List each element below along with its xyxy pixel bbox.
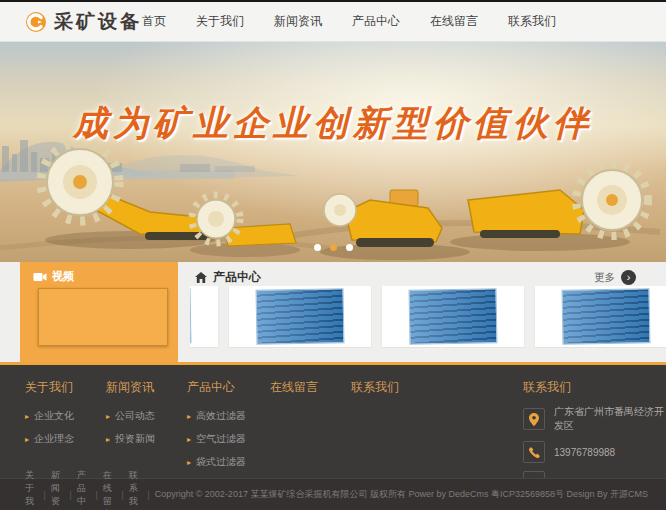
hero-banner: 成为矿业企业创新型价值伙伴 — [0, 42, 666, 262]
bottom-link-2[interactable]: 新闻资讯 — [51, 469, 65, 510]
product-image-4 — [562, 288, 651, 345]
products-section: 产品中心 更多 › — [185, 262, 666, 362]
footer-column-3: 产品中心高效过滤器空气过滤器袋式过滤器 — [187, 379, 246, 474]
product-cards — [190, 286, 666, 347]
product-card-4[interactable] — [535, 286, 666, 347]
bottom-link-3[interactable]: 产品中心 — [77, 469, 91, 510]
main-nav: 首页关于我们新闻资讯产品中心在线留言联系我们 — [142, 13, 556, 30]
bottom-link-4[interactable]: 在线留言 — [103, 469, 117, 510]
video-panel: 视频 — [20, 262, 178, 362]
bottom-link-5[interactable]: 联系我们 — [129, 469, 143, 510]
footer-link[interactable]: 空气过滤器 — [187, 428, 246, 451]
nav-item-3[interactable]: 新闻资讯 — [274, 13, 322, 30]
contact-address: 广东省广州市番禺经济开发区 — [554, 405, 666, 433]
footer-column-2: 新闻资讯公司动态投资新闻 — [106, 379, 155, 451]
location-pin-icon — [523, 408, 545, 430]
footer-column-4: 在线留言 — [270, 379, 318, 405]
bottom-link-separator: | — [147, 490, 149, 500]
bottom-link-1[interactable]: 关于我们 — [25, 469, 39, 510]
site-header: 采矿设备 首页关于我们新闻资讯产品中心在线留言联系我们 — [0, 2, 666, 42]
video-placeholder[interactable] — [38, 288, 168, 346]
product-card-3[interactable] — [382, 286, 524, 347]
more-link[interactable]: 更多 — [594, 271, 615, 285]
contact-address-row: 广东省广州市番禺经济开发区 — [523, 405, 666, 433]
product-card-2[interactable] — [229, 286, 371, 347]
page-root: 采矿设备 首页关于我们新闻资讯产品中心在线留言联系我们 — [0, 0, 666, 510]
nav-item-1[interactable]: 首页 — [142, 13, 166, 30]
mid-section: 视频 产品中心 更多 › — [0, 262, 666, 362]
phone-icon — [523, 441, 545, 463]
home-icon — [195, 272, 207, 283]
footer-link[interactable]: 袋式过滤器 — [187, 451, 246, 474]
footer-column-title: 在线留言 — [270, 379, 318, 396]
bottom-bar: 关于我们|新闻资讯|产品中心|在线留言|联系我们| Copyright © 20… — [0, 478, 666, 510]
footer-column-title: 产品中心 — [187, 379, 246, 396]
carousel-dot-3[interactable] — [346, 244, 353, 251]
bottom-link-separator: | — [95, 490, 97, 500]
product-carousel — [190, 286, 666, 348]
site-footer: 关于我们企业文化企业理念新闻资讯公司动态投资新闻产品中心高效过滤器空气过滤器袋式… — [0, 362, 666, 478]
footer-link[interactable]: 公司动态 — [106, 405, 155, 428]
footer-column-5: 联系我们 — [351, 379, 399, 405]
footer-column-title: 联系我们 — [351, 379, 399, 396]
footer-link[interactable]: 企业理念 — [25, 428, 74, 451]
footer-column-title: 关于我们 — [25, 379, 74, 396]
product-image-3 — [409, 288, 498, 345]
footer-link[interactable]: 高效过滤器 — [187, 405, 246, 428]
carousel-dots — [0, 244, 666, 251]
footer-link[interactable]: 投资新闻 — [106, 428, 155, 451]
logo[interactable]: 采矿设备 — [25, 9, 142, 35]
carousel-dot-1[interactable] — [314, 244, 321, 251]
banner-scene — [0, 42, 666, 262]
nav-item-4[interactable]: 产品中心 — [352, 13, 400, 30]
more-arrow-icon[interactable]: › — [621, 270, 636, 285]
copyright: Copyright © 2002-2017 某某煤矿综合采掘机有限公司 版权所有… — [155, 488, 648, 501]
contact-phone-row: 13976789988 — [523, 441, 666, 463]
banner-headline: 成为矿业企业创新型价值伙伴 — [0, 100, 666, 147]
product-image-1 — [190, 288, 191, 345]
bottom-link-separator: | — [70, 490, 72, 500]
nav-item-6[interactable]: 联系我们 — [508, 13, 556, 30]
mining-machine-4 — [450, 164, 648, 251]
footer-column-title: 新闻资讯 — [106, 379, 155, 396]
footer-column-1: 关于我们企业文化企业理念 — [25, 379, 74, 451]
nav-item-5[interactable]: 在线留言 — [430, 13, 478, 30]
contact-phone: 13976789988 — [554, 447, 615, 458]
footer-link[interactable]: 企业文化 — [25, 405, 74, 428]
bottom-link-separator: | — [44, 490, 46, 500]
nav-item-2[interactable]: 关于我们 — [196, 13, 244, 30]
logo-text: 采矿设备 — [54, 9, 142, 35]
products-title: 产品中心 — [213, 269, 261, 286]
contact-title: 联系我们 — [523, 379, 666, 396]
bottom-links: 关于我们|新闻资讯|产品中心|在线留言|联系我们| — [25, 469, 155, 510]
carousel-dot-2[interactable] — [330, 244, 337, 251]
footer-contact: 联系我们 广东省广州市番禺经济开发区 13976789988 — [523, 379, 666, 493]
bottom-link-separator: | — [121, 490, 123, 500]
c-bolt-logo-icon — [25, 11, 47, 33]
product-card-1[interactable] — [190, 286, 218, 347]
video-panel-title: 视频 — [52, 269, 74, 284]
product-image-2 — [256, 288, 345, 345]
video-camera-icon — [33, 272, 47, 282]
